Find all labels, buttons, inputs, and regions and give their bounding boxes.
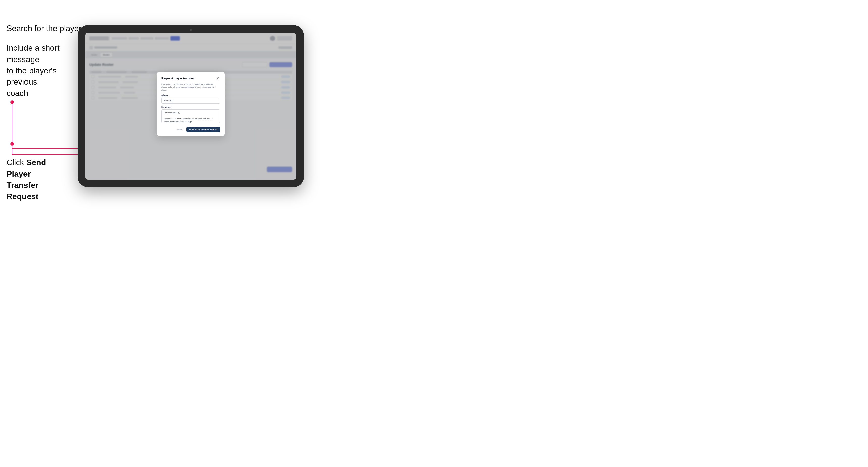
message-label: Message [161,106,220,108]
modal-description: If the player is transferring from anoth… [161,83,220,92]
cancel-button[interactable]: Cancel [174,127,184,132]
modal-footer: Cancel Send Player Transfer Request [161,127,220,132]
svg-point-7 [10,142,14,146]
svg-point-2 [10,100,14,104]
transfer-modal: Request player transfer × If the player … [157,72,224,136]
annotation-search: Search for the player. [6,23,83,34]
modal-header: Request player transfer × [161,76,220,81]
tablet-device: Roster Roster Update Roster [78,25,304,187]
message-textarea[interactable]: Hi Coach McHarg, Please accept this tran… [161,110,220,123]
send-transfer-button[interactable]: Send Player Transfer Request [186,127,220,132]
modal-title: Request player transfer [161,77,194,80]
tablet-screen: Roster Roster Update Roster [85,33,296,180]
modal-close-button[interactable]: × [216,76,220,81]
player-label: Player [161,94,220,97]
modal-overlay: Request player transfer × If the player … [85,33,296,180]
player-input[interactable] [161,98,220,104]
